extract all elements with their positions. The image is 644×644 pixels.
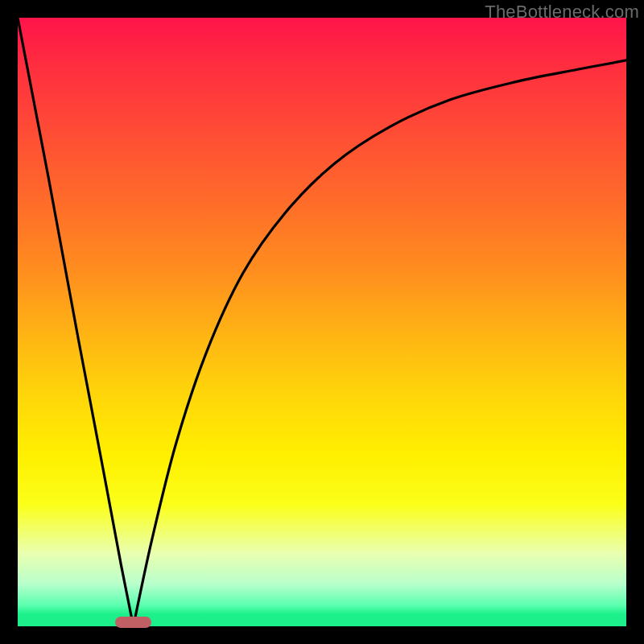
plot-area bbox=[18, 18, 626, 626]
bottleneck-marker bbox=[115, 617, 151, 628]
watermark-text: TheBottleneck.com bbox=[485, 2, 639, 23]
curve-left bbox=[18, 18, 134, 626]
chart-frame: TheBottleneck.com bbox=[0, 0, 644, 644]
curve-right bbox=[134, 60, 626, 626]
curve-layer bbox=[18, 18, 626, 626]
